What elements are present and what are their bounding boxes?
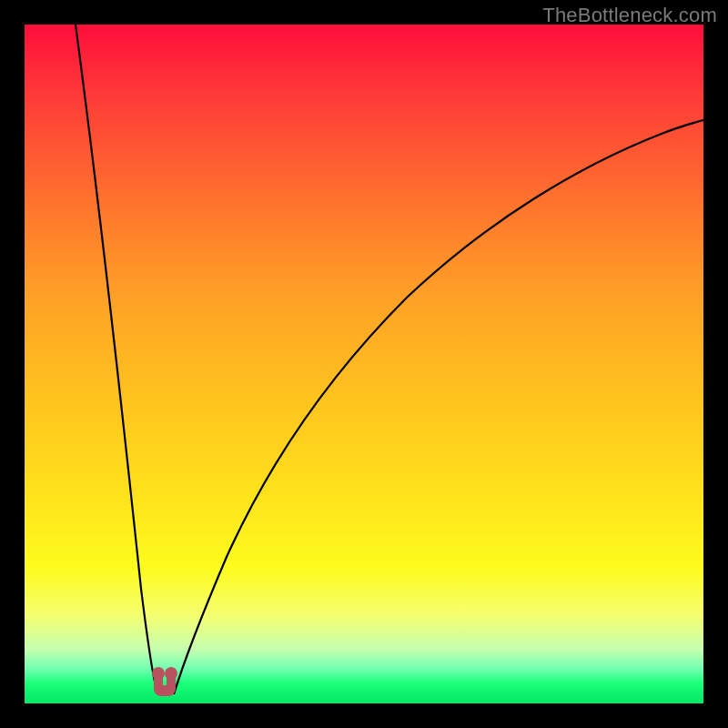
curve-left-branch [76, 25, 158, 694]
watermark-text: TheBottleneck.com [542, 4, 717, 27]
minimum-marker [152, 667, 177, 696]
chart-plot-area [25, 25, 703, 703]
bottleneck-curve [25, 25, 703, 703]
curve-right-branch [174, 120, 703, 694]
marker-base [154, 685, 176, 696]
